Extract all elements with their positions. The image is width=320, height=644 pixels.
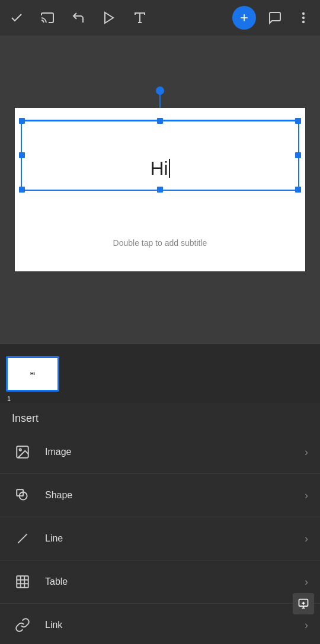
svg-point-5 — [303, 17, 304, 18]
handle-top-center[interactable] — [157, 118, 163, 124]
cast-icon[interactable] — [38, 8, 57, 27]
menu-item-link[interactable]: Link › — [0, 604, 320, 644]
rotate-handle[interactable] — [156, 86, 164, 95]
canvas-area[interactable]: Hi Double tap to add subtitle — [0, 36, 320, 344]
handle-bottom-right[interactable] — [295, 187, 301, 193]
text-box-selected[interactable]: Hi — [21, 120, 299, 191]
shape-chevron: › — [305, 489, 308, 502]
line-chevron: › — [305, 533, 308, 545]
slide-title[interactable]: Hi — [28, 133, 292, 204]
rotate-line — [159, 94, 161, 108]
slide-thumbnail-wrapper[interactable]: Hi 1 — [6, 356, 59, 392]
link-icon — [12, 614, 33, 636]
insert-header: Insert — [0, 403, 320, 431]
svg-marker-1 — [105, 12, 113, 23]
add-slide-button[interactable] — [293, 593, 314, 614]
menu-item-shape[interactable]: Shape › — [0, 474, 320, 517]
undo-icon[interactable] — [69, 8, 88, 27]
link-label: Link — [45, 620, 305, 630]
play-icon[interactable] — [100, 8, 119, 27]
svg-point-13 — [20, 449, 21, 451]
image-icon — [12, 441, 33, 463]
slide-title-text: Hi — [150, 158, 168, 180]
slide-subtitle[interactable]: Double tap to add subtitle — [21, 238, 299, 248]
menu-item-line[interactable]: Line › — [0, 517, 320, 560]
image-label: Image — [45, 447, 305, 457]
more-options-icon[interactable] — [294, 8, 313, 27]
check-icon[interactable] — [7, 8, 26, 27]
link-chevron: › — [305, 619, 308, 632]
text-cursor — [169, 159, 170, 178]
insert-menu: Insert Image › Shape › Line — [0, 403, 320, 644]
toolbar: + — [0, 0, 320, 36]
svg-point-6 — [303, 21, 304, 23]
add-button[interactable]: + — [232, 6, 256, 30]
table-chevron: › — [305, 576, 308, 588]
slide[interactable]: Hi Double tap to add subtitle — [15, 108, 305, 271]
slide-number: 1 — [7, 395, 11, 402]
table-label: Table — [45, 576, 305, 587]
handle-middle-left[interactable] — [19, 152, 25, 158]
line-icon — [12, 528, 33, 549]
handle-top-right[interactable] — [295, 118, 301, 124]
handle-middle-right[interactable] — [295, 152, 301, 158]
text-format-icon[interactable] — [130, 8, 149, 27]
shape-label: Shape — [45, 490, 305, 501]
menu-item-image[interactable]: Image › — [0, 431, 320, 474]
toolbar-left — [7, 8, 149, 27]
svg-rect-17 — [17, 576, 28, 588]
table-icon — [12, 571, 33, 592]
menu-item-table[interactable]: Table › — [0, 560, 320, 604]
image-chevron: › — [305, 446, 308, 459]
comment-icon[interactable] — [265, 8, 284, 27]
line-label: Line — [45, 533, 305, 544]
slide-strip: Hi 1 — [0, 344, 320, 403]
handle-top-left[interactable] — [19, 118, 25, 124]
shape-icon — [12, 485, 33, 506]
toolbar-right: + — [232, 6, 313, 30]
handle-bottom-left[interactable] — [19, 187, 25, 193]
slide-thumbnail-1[interactable]: Hi — [6, 356, 59, 392]
svg-point-4 — [303, 13, 304, 14]
svg-line-16 — [18, 534, 27, 543]
